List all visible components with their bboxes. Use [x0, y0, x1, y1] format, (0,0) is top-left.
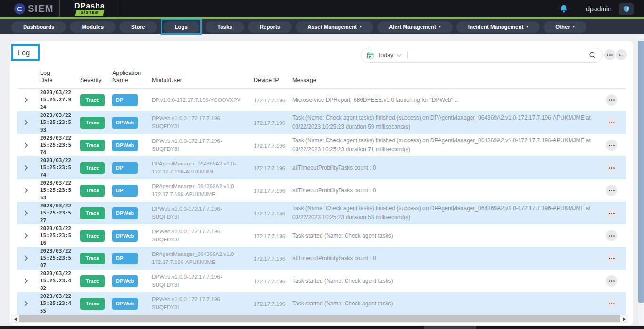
- sistem-badge: SİSTEM: [75, 10, 105, 16]
- siem-logo: C SIEM: [0, 3, 59, 14]
- row-actions-button[interactable]: [606, 298, 617, 309]
- row-actions-button[interactable]: [606, 140, 617, 151]
- horizontal-scrollbar-thumb[interactable]: [19, 315, 620, 322]
- application-badge: DP: [112, 185, 138, 197]
- module-user-value: DPWeb.v1.0.0-172.17.7.196-SUQFDY3I: [152, 296, 248, 312]
- nav-item-store[interactable]: Store: [119, 21, 157, 33]
- log-date-value: 2023/03/22 15:25:23:574: [40, 134, 73, 156]
- notifications-bell-icon[interactable]: [560, 4, 568, 13]
- device-ip-value: 172.17.7.196: [254, 188, 285, 194]
- expand-row-button[interactable]: [24, 232, 28, 239]
- row-actions-button[interactable]: [606, 94, 617, 106]
- chevron-right-icon: [24, 255, 28, 262]
- vertical-scrollbar-thumb[interactable]: [638, 41, 644, 303]
- scroll-left-arrow-icon[interactable]: [12, 315, 19, 322]
- nav-item-reports[interactable]: Reports: [248, 21, 292, 33]
- module-user-value: DPAgentManager_064369A2.v1.0-172.17.7.19…: [152, 182, 248, 198]
- expand-row-button[interactable]: [24, 278, 28, 284]
- column-header-modul-user: Modul/User: [152, 77, 254, 84]
- nav-item-logs[interactable]: Logs: [163, 21, 199, 33]
- log-date-value: 2023/03/22 15:25:23:516: [40, 225, 73, 247]
- expand-row-button[interactable]: [24, 164, 28, 171]
- message-value: Task started (Name: Check agent tasks): [292, 231, 592, 240]
- device-ip-value: 172.17.7.196: [254, 165, 285, 171]
- search-button[interactable]: [589, 51, 596, 59]
- nav-item-other[interactable]: Other▾: [544, 21, 586, 33]
- row-actions-button[interactable]: [606, 117, 617, 128]
- search-icon: [589, 51, 596, 59]
- panel-back-button[interactable]: ←: [616, 49, 627, 60]
- module-user-value: DPWeb.v1.0.0-172.17.7.196-SUQFDY3I: [152, 273, 248, 289]
- row-actions-button[interactable]: [606, 253, 617, 264]
- log-date-value: 2023/03/22 15:25:23:507: [40, 247, 73, 270]
- application-badge: DPWeb: [112, 275, 138, 287]
- expand-row-button[interactable]: [24, 300, 28, 307]
- row-actions-button[interactable]: [606, 275, 617, 287]
- table-row: 2023/03/22 15:25:23:593 Trace DPWeb DPWe…: [17, 111, 626, 134]
- vertical-scrollbar[interactable]: [638, 36, 644, 326]
- chevron-right-icon: [24, 119, 28, 126]
- log-date-value: 2023/03/22 15:25:27:924: [40, 89, 73, 111]
- column-header-severity: Severity: [80, 77, 112, 84]
- siem-logo-text: SIEM: [28, 3, 54, 14]
- column-header-log-date: LogDate: [40, 70, 80, 84]
- expand-row-button[interactable]: [24, 255, 28, 262]
- nav-item-modules[interactable]: Modules: [70, 21, 116, 33]
- message-value: allTimeoutProbilityTasks count : 0: [292, 186, 592, 195]
- panel-more-options-button[interactable]: [604, 49, 615, 60]
- module-user-value: DPWeb.v1.0.0-172.17.7.196-SUQFDY3I: [152, 228, 248, 244]
- expand-row-button[interactable]: [24, 210, 28, 216]
- nav-item-asset-management[interactable]: Asset Management▾: [296, 21, 373, 33]
- search-input[interactable]: [413, 52, 589, 58]
- row-actions-button[interactable]: [606, 185, 617, 196]
- expand-row-button[interactable]: [24, 119, 28, 126]
- module-user-value: DPWeb.v1.0.0-172.17.7.196-SUQFDY3I: [152, 115, 248, 131]
- severity-badge: Trace: [80, 162, 105, 174]
- horizontal-scrollbar[interactable]: [11, 315, 628, 323]
- column-header-message: Message: [292, 77, 597, 84]
- table-row: 2023/03/22 15:25:23:507 Trace DP DPAgent…: [17, 247, 626, 270]
- message-value: Task (Name: Check agent tasks) finished …: [292, 114, 592, 132]
- message-value: Task started (Name: Check agent tasks): [292, 277, 592, 286]
- top-bar: C SIEM DPasha SİSTEM dpadmin: [0, 0, 644, 17]
- nav-item-dashboards[interactable]: Dashboards: [11, 21, 66, 33]
- chevron-right-icon: [24, 97, 28, 103]
- expand-row-button[interactable]: [24, 97, 28, 103]
- row-actions-button[interactable]: [606, 207, 617, 219]
- expand-row-button[interactable]: [24, 187, 28, 194]
- expand-row-button[interactable]: [24, 142, 28, 148]
- application-badge: DPWeb: [112, 207, 138, 219]
- scroll-right-arrow-icon[interactable]: [620, 315, 627, 322]
- nav-item-tasks[interactable]: Tasks: [206, 21, 244, 33]
- chevron-down-icon: ▾: [526, 25, 528, 29]
- device-ip-value: 172.17.7.196: [254, 256, 285, 262]
- severity-badge: Trace: [80, 185, 105, 197]
- chevron-right-icon: [24, 142, 28, 148]
- application-badge: DPWeb: [112, 230, 138, 242]
- search-divider: [407, 51, 408, 59]
- log-date-value: 2023/03/22 15:25:23:482: [40, 270, 73, 292]
- table-body: 2023/03/22 15:25:27:924 Trace DP DP.v1.0…: [17, 89, 626, 315]
- username-label[interactable]: dpadmin: [586, 5, 611, 13]
- log-date-value: 2023/03/22 15:25:23:527: [40, 202, 73, 224]
- chevron-right-icon: [24, 164, 28, 171]
- device-ip-value: 172.17.7.196: [254, 120, 285, 126]
- table-row: 2023/03/22 15:25:23:574 Trace DPWeb DPWe…: [17, 134, 626, 156]
- severity-badge: Trace: [80, 253, 105, 264]
- message-value: Microservice DPReport_686DFEEE.v1.0 laun…: [292, 96, 592, 105]
- row-actions-button[interactable]: [606, 230, 617, 241]
- row-actions-button[interactable]: [606, 162, 617, 173]
- chevron-down-icon: ▾: [360, 25, 362, 29]
- nav-item-incident-management[interactable]: Incident Management▾: [456, 21, 540, 33]
- main-navigation: DashboardsModulesStoreLogsTasksReportsAs…: [0, 19, 644, 34]
- device-ip-value: 172.17.7.196: [254, 301, 285, 307]
- device-ip-value: 172.17.7.196: [254, 143, 285, 148]
- message-value: allTimeoutProbilityTasks count : 0: [292, 164, 592, 173]
- column-header-device-ip: Device IP: [254, 77, 292, 84]
- date-filter-button[interactable]: Today: [367, 52, 402, 59]
- user-shield-button[interactable]: [619, 3, 634, 15]
- log-date-value: 2023/03/22 15:25:23:574: [40, 157, 73, 179]
- chevron-right-icon: [24, 187, 28, 194]
- nav-item-alert-management[interactable]: Alert Management▾: [377, 21, 453, 33]
- device-ip-value: 172.17.7.196: [254, 279, 285, 284]
